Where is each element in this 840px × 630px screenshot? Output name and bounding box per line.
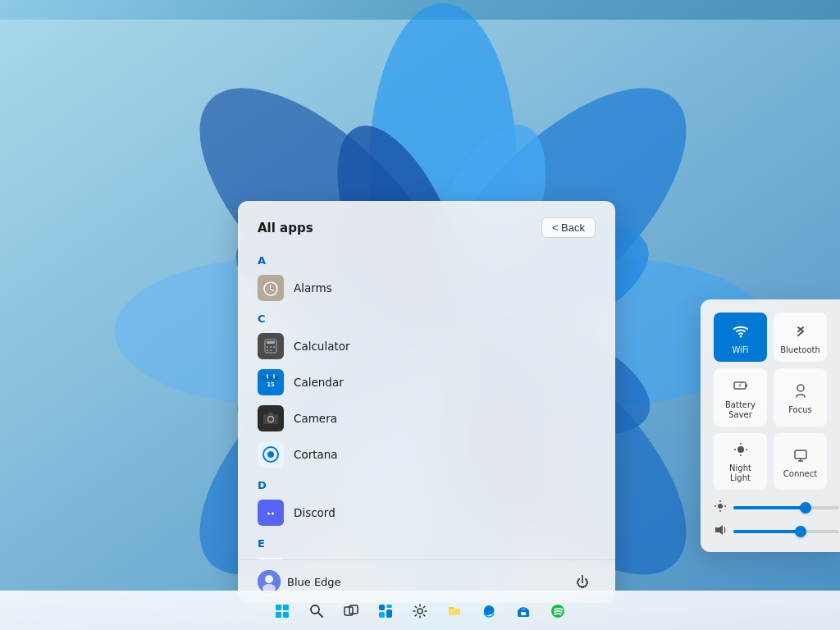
user-avatar	[258, 570, 281, 593]
back-button[interactable]: < Back	[541, 217, 596, 238]
all-apps-title: All apps	[258, 221, 313, 235]
svg-rect-28	[263, 377, 278, 380]
taskbar-task-view-icon[interactable]	[335, 595, 368, 628]
svg-point-36	[267, 451, 274, 458]
app-name-cortana: Cortana	[294, 448, 338, 461]
slider-row-brightness	[714, 500, 827, 515]
volume-slider[interactable]	[733, 530, 839, 533]
app-icon-cortana	[258, 441, 284, 468]
app-item-camera[interactable]: Camera	[248, 400, 605, 436]
slider-row-volume	[714, 523, 827, 539]
app-item-calendar[interactable]: 15Calendar	[248, 364, 605, 400]
section-letter-c: C	[248, 306, 605, 328]
svg-point-23	[267, 349, 268, 351]
svg-text:⚡: ⚡	[737, 382, 742, 390]
svg-rect-34	[268, 413, 273, 414]
start-menu: All apps < Back AAlarmsCCalculator15Cale…	[238, 201, 615, 603]
qs-tile-focus[interactable]: Focus	[774, 368, 827, 427]
app-item-edge[interactable]: Edge	[248, 553, 605, 559]
qs-label-wifi: WiFi	[732, 345, 748, 355]
svg-point-38	[272, 513, 274, 515]
taskbar-widgets-icon[interactable]	[369, 595, 402, 628]
qs-icon-focus	[792, 381, 810, 402]
svg-rect-19	[267, 341, 275, 344]
qs-tile-bluetooth[interactable]: Bluetooth	[774, 313, 827, 362]
svg-point-21	[270, 346, 272, 348]
svg-point-51	[737, 446, 744, 453]
app-icon-calculator	[258, 333, 284, 359]
qs-label-bluetooth: Bluetooth	[780, 345, 820, 355]
taskbar-settings-icon[interactable]	[404, 595, 436, 628]
qs-label-battery_saver: Battery Saver	[720, 400, 760, 420]
app-item-alarms[interactable]: Alarms	[248, 270, 605, 306]
app-name-alarms: Alarms	[294, 281, 332, 294]
taskbar-start-icon[interactable]	[266, 595, 299, 628]
app-name-discord: Discord	[294, 506, 336, 519]
brightness-slider[interactable]	[733, 506, 839, 509]
svg-rect-75	[379, 612, 385, 618]
svg-point-37	[267, 513, 270, 515]
svg-point-20	[267, 346, 268, 348]
taskbar-search-icon[interactable]	[300, 595, 333, 628]
user-name: Blue Edge	[287, 576, 341, 588]
qs-tile-night_light[interactable]: Night Light	[714, 433, 767, 490]
app-name-calendar: Calendar	[294, 376, 344, 389]
svg-rect-66	[283, 605, 289, 610]
app-icon-alarms	[258, 275, 284, 301]
app-icon-calendar: 15	[258, 369, 284, 395]
quick-settings-grid: WiFiBluetooth⚡Battery SaverFocusNight Li…	[714, 313, 827, 490]
svg-rect-68	[283, 612, 289, 618]
qs-icon-wifi	[732, 322, 750, 342]
qs-label-focus: Focus	[788, 405, 812, 415]
section-letter-d: D	[248, 472, 605, 495]
app-list: AAlarmsCCalculator15CalendarCameraCortan…	[238, 248, 615, 559]
svg-point-44	[265, 575, 273, 583]
svg-point-46	[739, 335, 742, 337]
start-menu-header: All apps < Back	[238, 201, 615, 248]
qs-icon-bluetooth	[792, 322, 810, 342]
svg-rect-76	[386, 609, 392, 618]
quick-settings-sliders	[714, 500, 827, 539]
taskbar-spotify-icon[interactable]	[541, 595, 574, 628]
svg-line-70	[318, 613, 322, 617]
app-item-cortana[interactable]: Cortana	[248, 436, 605, 472]
svg-rect-56	[795, 450, 806, 459]
qs-tile-connect[interactable]: Connect	[774, 433, 827, 490]
taskbar-edge-icon[interactable]	[472, 595, 505, 628]
quick-settings-panel: WiFiBluetooth⚡Battery SaverFocusNight Li…	[701, 299, 840, 552]
svg-marker-64	[715, 525, 723, 535]
app-name-calculator: Calculator	[294, 340, 350, 353]
slider-icon-brightness	[714, 500, 727, 515]
section-letter-e: E	[248, 531, 605, 553]
app-icon-discord	[258, 500, 284, 526]
qs-label-night_light: Night Light	[720, 463, 760, 483]
svg-point-77	[418, 609, 422, 614]
svg-point-59	[718, 504, 723, 509]
qs-icon-connect	[792, 445, 810, 466]
svg-point-22	[273, 346, 275, 348]
svg-rect-74	[386, 605, 392, 608]
section-letter-a: A	[248, 248, 605, 270]
qs-tile-battery_saver[interactable]: ⚡Battery Saver	[714, 368, 767, 427]
taskbar-file-explorer-icon[interactable]	[438, 595, 471, 628]
taskbar-store-icon[interactable]	[507, 595, 540, 628]
svg-text:15: 15	[267, 381, 275, 388]
svg-rect-79	[521, 612, 526, 615]
svg-point-25	[273, 349, 275, 351]
qs-icon-battery_saver: ⚡	[732, 377, 750, 397]
app-icon-camera	[258, 405, 284, 431]
svg-point-24	[270, 349, 272, 351]
qs-tile-wifi[interactable]: WiFi	[714, 313, 767, 362]
qs-icon-night_light	[733, 441, 749, 460]
user-profile[interactable]: Blue Edge	[258, 570, 341, 593]
app-name-camera: Camera	[294, 412, 337, 425]
taskbar-icons	[266, 595, 574, 628]
slider-icon-volume	[714, 523, 727, 539]
svg-point-50	[797, 385, 804, 391]
svg-rect-48	[746, 385, 747, 387]
app-item-calculator[interactable]: Calculator	[248, 328, 605, 364]
qs-label-connect: Connect	[783, 469, 817, 479]
app-item-discord[interactable]: Discord	[248, 495, 605, 531]
svg-rect-67	[276, 612, 281, 618]
taskbar	[0, 591, 840, 630]
